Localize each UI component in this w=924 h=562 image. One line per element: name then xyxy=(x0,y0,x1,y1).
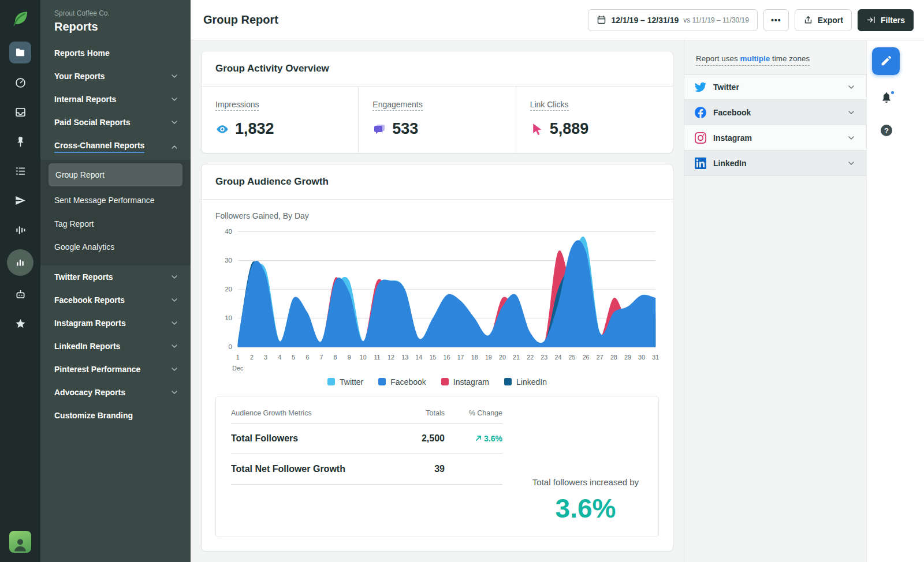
sidebar-subitem-google-analytics[interactable]: Google Analytics xyxy=(40,235,191,258)
metric-label[interactable]: Impressions xyxy=(215,100,259,111)
facebook-icon xyxy=(695,107,706,118)
metric-label[interactable]: Engagements xyxy=(372,100,422,111)
legend-item-linkedin[interactable]: LinkedIn xyxy=(504,377,547,387)
gauge-icon[interactable] xyxy=(9,73,31,92)
network-row-facebook[interactable]: Facebook xyxy=(684,100,866,125)
trend-up-icon xyxy=(475,434,482,442)
network-row-twitter[interactable]: Twitter xyxy=(684,74,866,100)
equalizer-icon[interactable] xyxy=(9,220,31,239)
help-icon[interactable]: ? xyxy=(881,125,892,136)
sidebar-item-label: Instagram Reports xyxy=(54,319,126,328)
timezone-prefix: Report uses xyxy=(696,54,740,63)
sidebar-item-reports-home[interactable]: Reports Home xyxy=(40,42,191,65)
sidebar-subitem-sent-message-performance[interactable]: Sent Message Performance xyxy=(40,189,191,212)
metric-label[interactable]: Link Clicks xyxy=(530,100,569,111)
chevron-down-icon xyxy=(170,365,179,374)
sidebar-item-linkedin-reports[interactable]: LinkedIn Reports xyxy=(40,335,191,358)
sidebar-subitem-tag-report[interactable]: Tag Report xyxy=(40,212,191,235)
svg-text:21: 21 xyxy=(513,354,520,361)
sidebar-item-customize-branding[interactable]: Customize Branding xyxy=(40,404,191,427)
filters-label: Filters xyxy=(881,16,905,25)
svg-text:31: 31 xyxy=(652,354,659,361)
sidebar-item-label: LinkedIn Reports xyxy=(54,342,120,351)
sidebar-item-pinterest-performance[interactable]: Pinterest Performance xyxy=(40,358,191,381)
sidebar-item-label: Paid Social Reports xyxy=(54,118,130,127)
sidebar-item-twitter-reports[interactable]: Twitter Reports xyxy=(40,265,191,289)
main-content: Group Activity Overview Impressions 1,83… xyxy=(191,40,684,562)
paper-plane-icon[interactable] xyxy=(9,190,31,210)
svg-text:25: 25 xyxy=(569,354,576,361)
chevron-down-icon xyxy=(847,133,856,143)
network-row-linkedin[interactable]: LinkedIn xyxy=(684,151,866,176)
sidebar-item-internal-reports[interactable]: Internal Reports xyxy=(40,88,191,111)
chevron-down-icon xyxy=(847,108,856,117)
instagram-icon xyxy=(695,132,706,144)
summary-value: 3.6% xyxy=(556,493,616,524)
sidebar-item-paid-social-reports[interactable]: Paid Social Reports xyxy=(40,111,191,134)
legend-label: Instagram xyxy=(453,377,489,387)
chat-bubbles-icon xyxy=(372,122,386,136)
eye-icon xyxy=(215,122,229,136)
network-label: LinkedIn xyxy=(713,159,747,168)
sidebar-item-label: Twitter Reports xyxy=(54,272,113,282)
chevron-down-icon xyxy=(170,95,179,104)
timezone-link[interactable]: multiple xyxy=(740,54,770,63)
list-icon[interactable] xyxy=(9,161,31,181)
sidebar-subitem-group-report[interactable]: Group Report xyxy=(49,163,182,186)
legend-item-facebook[interactable]: Facebook xyxy=(378,377,426,387)
sidebar-item-instagram-reports[interactable]: Instagram Reports xyxy=(40,312,191,335)
sidebar-item-label: Pinterest Performance xyxy=(54,365,140,374)
network-label: Facebook xyxy=(713,108,751,117)
legend-swatch xyxy=(441,378,449,385)
svg-text:30: 30 xyxy=(638,354,645,361)
table-header: Totals xyxy=(381,409,445,417)
filters-button[interactable]: Filters xyxy=(858,9,914,31)
body-row: Group Activity Overview Impressions 1,83… xyxy=(191,40,924,562)
sprout-logo-icon[interactable] xyxy=(10,8,30,28)
sidebar-item-facebook-reports[interactable]: Facebook Reports xyxy=(40,289,191,312)
chevron-down-icon xyxy=(170,295,179,305)
sidebar-item-your-reports[interactable]: Your Reports xyxy=(40,65,191,88)
sidebar-item-advocacy-reports[interactable]: Advocacy Reports xyxy=(40,381,191,404)
legend-label: Twitter xyxy=(340,377,363,387)
inbox-icon[interactable] xyxy=(9,102,31,122)
date-range-button[interactable]: 12/1/19 – 12/31/19 vs 11/1/19 – 11/30/19 xyxy=(588,9,757,31)
export-label: Export xyxy=(818,16,843,25)
compare-range-label: vs 11/1/19 – 11/30/19 xyxy=(683,16,749,24)
metric-value-row: 5,889 xyxy=(530,120,659,138)
pin-icon[interactable] xyxy=(9,132,31,151)
svg-text:12: 12 xyxy=(388,354,394,361)
growth-body: Followers Gained, By Day 010203040123456… xyxy=(202,200,673,551)
svg-text:20: 20 xyxy=(499,354,506,361)
metrics-row: Impressions 1,832 Engagements xyxy=(202,87,673,153)
row-total: 39 xyxy=(381,464,445,474)
bar-chart-icon[interactable] xyxy=(7,249,33,276)
sidebar-item-label: Internal Reports xyxy=(54,95,116,104)
growth-summary: Total followers increased by 3.6% xyxy=(528,409,643,524)
right-panel: Report uses multiple time zones Twitter xyxy=(684,40,866,562)
change-value: 3.6% xyxy=(484,434,502,443)
network-row-instagram[interactable]: Instagram xyxy=(684,125,866,151)
sidebar-item-cross-channel-reports[interactable]: Cross-Channel Reports xyxy=(40,134,191,160)
svg-text:10: 10 xyxy=(225,314,232,321)
legend-item-instagram[interactable]: Instagram xyxy=(441,377,489,387)
svg-text:24: 24 xyxy=(554,354,561,361)
export-button[interactable]: Export xyxy=(795,9,852,31)
sidebar-item-label: Advocacy Reports xyxy=(54,388,125,397)
compose-button[interactable] xyxy=(872,47,900,75)
user-avatar[interactable] xyxy=(9,531,31,553)
legend-item-twitter[interactable]: Twitter xyxy=(327,377,363,387)
chevron-up-icon xyxy=(170,143,179,152)
star-icon[interactable] xyxy=(9,314,31,334)
summary-text: Total followers increased by xyxy=(532,477,639,487)
notifications-button[interactable] xyxy=(880,91,893,106)
sidebar-item-label: Reports Home xyxy=(54,48,110,58)
more-options-button[interactable]: ••• xyxy=(763,9,789,31)
svg-text:3: 3 xyxy=(264,354,267,361)
audience-growth-chart[interactable]: 0102030401234567891011121314151617181920… xyxy=(215,223,659,375)
bot-icon[interactable] xyxy=(9,284,31,304)
table-header-row: Audience Growth Metrics Totals % Change xyxy=(231,409,502,424)
network-filter-list: Twitter Facebook Instagr xyxy=(684,74,866,176)
audience-growth-card: Group Audience Growth Followers Gained, … xyxy=(201,164,673,552)
folder-icon[interactable] xyxy=(9,42,31,63)
